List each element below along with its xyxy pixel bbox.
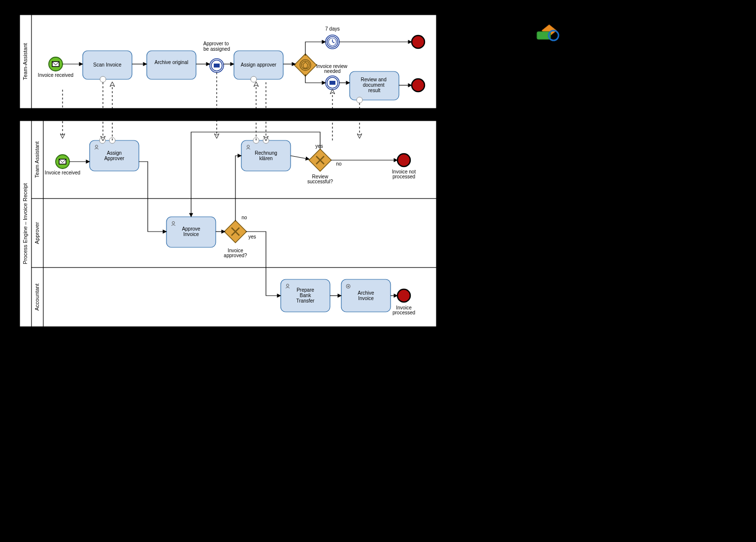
svg-point-32: [357, 97, 362, 103]
end-event-processed: [397, 289, 410, 302]
end-not-processed-label: Invoice notprocessed: [392, 169, 416, 179]
gw-review-yes: yes: [315, 143, 323, 149]
pool2-title: Process Engine – Invoice Receipt: [22, 183, 28, 264]
task-review-document-result: Review and document result: [350, 71, 399, 103]
svg-rect-9: [147, 51, 196, 79]
svg-point-48: [99, 137, 105, 143]
task-prepare-bank-transfer: PrepareBankTransfer: [281, 279, 330, 312]
pool1-title: Team-Assistant: [22, 43, 28, 80]
svg-point-17: [251, 76, 257, 82]
svg-text:Assign approver: Assign approver: [241, 62, 277, 68]
msg-event-review-needed: [326, 76, 339, 90]
svg-rect-13: [214, 64, 220, 68]
task-archive-original: Archive original: [147, 51, 196, 79]
svg-point-74: [348, 286, 349, 287]
svg-point-34: [412, 35, 425, 48]
task-approve-invoice: ApproveInvoice: [166, 217, 216, 247]
gw-approved-no: no: [241, 215, 247, 220]
svg-text:Archive original: Archive original: [155, 60, 188, 65]
svg-text:AssignApprover: AssignApprover: [104, 150, 125, 161]
gw-approved-yes: yes: [248, 234, 256, 239]
svg-text:ArchiveInvoice: ArchiveInvoice: [358, 290, 374, 301]
task-assign-approver-p1: Assign approver: [234, 51, 283, 82]
end-event-timeout: [412, 35, 425, 48]
lane-accountant: Accountant: [34, 283, 40, 310]
svg-text:ApproveInvoice: ApproveInvoice: [182, 226, 200, 237]
svg-point-76: [397, 289, 410, 302]
svg-point-59: [397, 154, 410, 167]
task-scan-invoice: Scan Invoice: [83, 51, 132, 82]
timer-event-7days: [326, 35, 339, 49]
task-archive-invoice: ArchiveInvoice: [341, 279, 391, 312]
throw-event-approver-assigned: [210, 59, 224, 72]
throw-label: Approver to be assigned: [203, 41, 230, 52]
start-label-2: Invoice received: [45, 170, 80, 175]
task-rechnung-klaren: Rechnungklären: [241, 137, 291, 171]
start-label-1: Invoice received: [38, 72, 73, 78]
timer-label: 7 days: [325, 26, 339, 32]
svg-rect-28: [329, 81, 335, 85]
svg-point-35: [412, 79, 425, 92]
lane-team-assistant: Team Assistant: [34, 141, 40, 178]
gw-review-no: no: [336, 161, 342, 167]
svg-text:Scan Invoice: Scan Invoice: [93, 62, 122, 68]
svg-point-8: [100, 76, 106, 82]
start-event-invoice-received-1: [49, 57, 63, 71]
start-event-invoice-received-2: [56, 155, 69, 169]
lane-approver: Approver: [34, 222, 40, 244]
task-assign-approver: AssignApprover: [90, 137, 139, 171]
end-event-reviewed: [412, 79, 425, 92]
end-event-not-processed: [397, 154, 410, 167]
